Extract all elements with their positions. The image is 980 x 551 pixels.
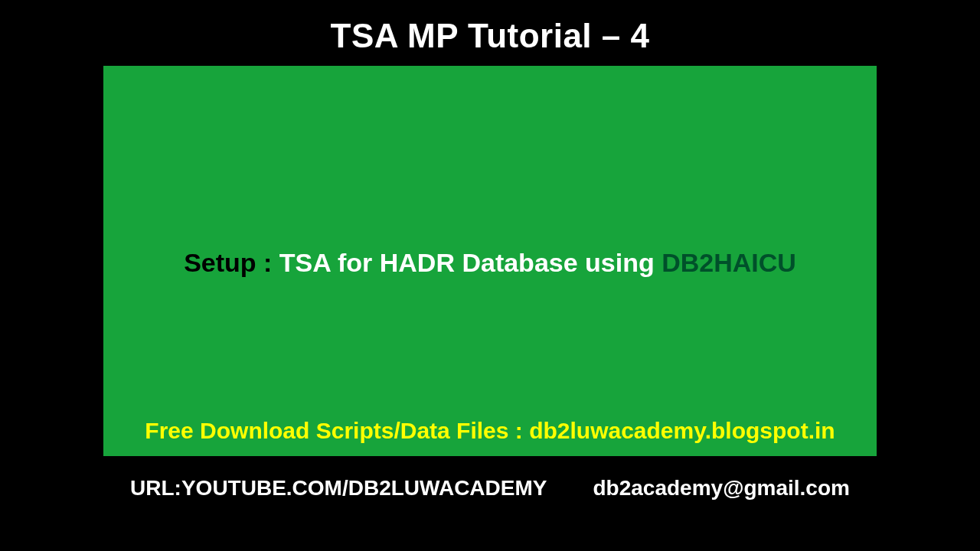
footer-email: db2academy@gmail.com [593, 476, 850, 500]
footer: URL:YOUTUBE.COM/DB2LUWACADEMY db2academy… [0, 476, 980, 500]
setup-tool-name: DB2HAICU [662, 248, 796, 277]
setup-label: Setup : [184, 248, 279, 277]
download-info: Free Download Scripts/Data Files : db2lu… [103, 418, 877, 444]
setup-line: Setup : TSA for HADR Database using DB2H… [103, 248, 877, 278]
setup-main-text: TSA for HADR Database using [279, 248, 662, 277]
content-panel: Setup : TSA for HADR Database using DB2H… [103, 66, 877, 456]
footer-url: URL:YOUTUBE.COM/DB2LUWACADEMY [130, 476, 547, 500]
page-title: TSA MP Tutorial – 4 [331, 17, 650, 55]
